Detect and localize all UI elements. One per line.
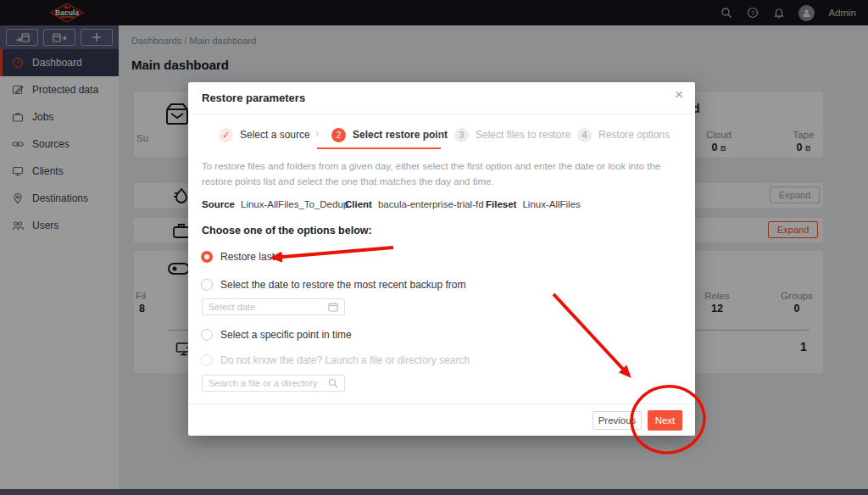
step-number: 3 (454, 128, 469, 142)
client-meta: Client bacula-enterprise-trial-fd (345, 199, 484, 209)
step-number: 4 (577, 128, 592, 142)
radio-disabled-icon (201, 354, 213, 366)
calendar-icon[interactable] (328, 302, 338, 312)
date-input-wrap (202, 298, 345, 315)
source-meta: Source Linux-AllFiles_To_Dedup (202, 199, 348, 209)
divider (188, 403, 695, 404)
radio-selected-icon[interactable] (201, 251, 213, 263)
choose-options-label: Choose one of the options below: (202, 225, 372, 236)
step-select-restore-point[interactable]: 2 Select restore point (331, 126, 448, 143)
chevron-right-icon: › (551, 126, 555, 140)
fileset-meta: Fileset Linux-AllFiles (486, 199, 581, 209)
next-button[interactable]: Next (648, 410, 682, 431)
previous-button[interactable]: Previous (593, 411, 642, 430)
close-icon[interactable]: × (675, 87, 683, 102)
modal-title: Restore parameters (202, 92, 305, 104)
modal-description: To restore files and folders from a give… (202, 159, 682, 190)
screen: Bacula ? Admin (0, 0, 868, 495)
search-icon[interactable] (328, 378, 338, 388)
radio-icon[interactable] (201, 279, 213, 291)
option-file-search[interactable]: Do not know the date? Launch a file or d… (201, 354, 470, 366)
option-select-date[interactable]: Select the date to restore the most rece… (201, 279, 465, 291)
date-input[interactable] (209, 302, 323, 312)
file-search-input[interactable] (209, 378, 323, 388)
option-point-in-time[interactable]: Select a specific point in time (201, 329, 352, 341)
restore-parameters-modal: Restore parameters × ✓ Select a source ›… (188, 82, 695, 436)
active-step-underline (317, 147, 441, 149)
option-restore-last[interactable]: Restore last (201, 251, 275, 263)
divider (188, 114, 695, 114)
step-number: 2 (331, 128, 346, 142)
chevron-right-icon: › (438, 126, 442, 140)
radio-icon[interactable] (201, 329, 213, 341)
step-restore-options[interactable]: 4 Restore options (577, 126, 670, 143)
step-select-a-source[interactable]: ✓ Select a source (219, 126, 310, 143)
file-search-wrap (202, 375, 345, 392)
step-check-icon: ✓ (219, 128, 233, 142)
chevron-right-icon: › (315, 126, 320, 140)
